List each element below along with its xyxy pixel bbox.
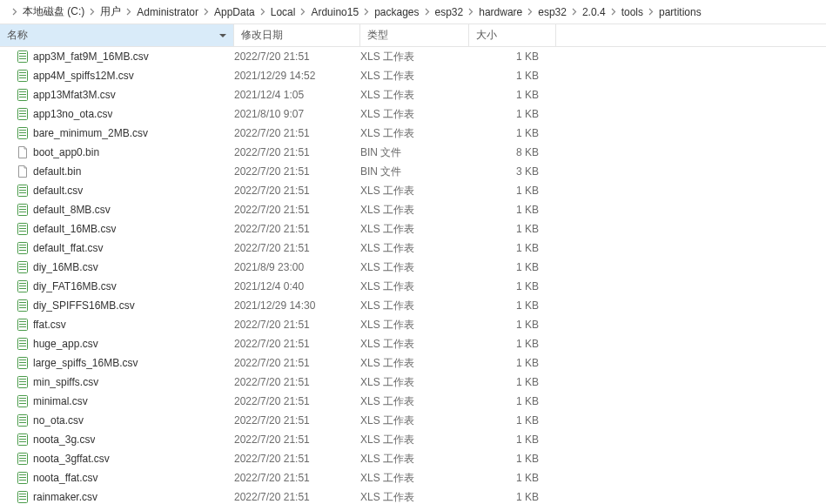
breadcrumb-segment[interactable]: packages — [374, 6, 419, 18]
file-type-cell: XLS 工作表 — [360, 107, 469, 122]
file-size-cell: 1 KB — [469, 185, 556, 197]
spreadsheet-file-icon — [16, 375, 30, 389]
svg-rect-70 — [19, 420, 26, 420]
file-name-cell: app3M_fat9M_16MB.csv — [16, 50, 234, 64]
file-row[interactable]: min_spiffs.csv2022/7/20 21:51XLS 工作表1 KB — [0, 373, 826, 392]
file-row[interactable]: default_ffat.csv2022/7/20 21:51XLS 工作表1 … — [0, 239, 826, 258]
file-row[interactable]: noota_ffat.csv2022/7/20 21:51XLS 工作表1 KB — [0, 468, 826, 487]
file-row[interactable]: default_8MB.csv2022/7/20 21:51XLS 工作表1 K… — [0, 200, 826, 219]
file-type-cell: XLS 工作表 — [360, 433, 469, 447]
svg-rect-77 — [19, 455, 26, 456]
file-type-cell: XLS 工作表 — [360, 69, 469, 84]
breadcrumb-segment[interactable]: esp32 — [435, 6, 464, 18]
file-type-cell: BIN 文件 — [360, 165, 469, 179]
file-date-cell: 2022/7/20 21:51 — [234, 376, 360, 388]
column-header-type-label: 类型 — [367, 28, 388, 43]
file-type-cell: XLS 工作表 — [360, 471, 469, 486]
svg-rect-2 — [19, 56, 26, 57]
column-header-size-label: 大小 — [476, 28, 497, 43]
file-type-cell: XLS 工作表 — [360, 203, 469, 218]
file-date-cell: 2022/7/20 21:51 — [234, 453, 360, 465]
column-header-type[interactable]: 类型 — [360, 24, 469, 46]
file-row[interactable]: app13Mfat3M.csv2021/12/4 1:05XLS 工作表1 KB — [0, 85, 826, 104]
file-row[interactable]: noota_3g.csv2022/7/20 21:51XLS 工作表1 KB — [0, 430, 826, 449]
file-size-cell: 1 KB — [469, 395, 556, 407]
column-header-name-label: 名称 — [7, 28, 28, 43]
file-row[interactable]: large_spiffs_16MB.csv2022/7/20 21:51XLS … — [0, 353, 826, 373]
file-row[interactable]: ffat.csv2022/7/20 21:51XLS 工作表1 KB — [0, 315, 826, 334]
breadcrumb[interactable]: 本地磁盘 (C:)用户AdministratorAppDataLocalArdu… — [0, 0, 826, 24]
svg-rect-26 — [19, 209, 26, 210]
breadcrumb-segment[interactable]: 2.0.4 — [582, 6, 606, 18]
svg-rect-58 — [19, 362, 26, 363]
breadcrumb-segment[interactable]: hardware — [479, 6, 522, 18]
spreadsheet-file-icon — [16, 471, 30, 485]
column-header-name[interactable]: 名称 — [0, 24, 234, 46]
breadcrumb-segment[interactable]: Local — [271, 6, 296, 18]
svg-rect-13 — [19, 111, 26, 111]
file-row[interactable]: noota_3gffat.csv2022/7/20 21:51XLS 工作表1 … — [0, 449, 826, 468]
spreadsheet-file-icon — [16, 107, 30, 121]
file-name-cell: default_8MB.csv — [16, 203, 234, 217]
file-row[interactable]: app4M_spiffs12M.csv2021/12/29 14:52XLS 工… — [0, 66, 826, 85]
svg-rect-85 — [19, 494, 26, 494]
breadcrumb-segment[interactable]: AppData — [214, 6, 255, 18]
spreadsheet-file-icon — [16, 241, 30, 255]
file-row[interactable]: minimal.csv2022/7/20 21:51XLS 工作表1 KB — [0, 392, 826, 411]
file-type-cell: XLS 工作表 — [360, 452, 469, 467]
file-row[interactable]: boot_app0.bin2022/7/20 21:51BIN 文件8 KB — [0, 143, 826, 162]
breadcrumb-segment[interactable]: tools — [621, 6, 643, 18]
svg-rect-17 — [19, 130, 26, 131]
breadcrumb-segment[interactable]: 本地磁盘 (C:) — [23, 4, 84, 19]
svg-rect-42 — [19, 286, 26, 286]
svg-rect-82 — [19, 477, 26, 478]
file-type-cell: XLS 工作表 — [360, 394, 469, 409]
file-row[interactable]: app3M_fat9M_16MB.csv2022/7/20 21:51XLS 工… — [0, 47, 826, 66]
file-size-cell: 1 KB — [469, 242, 556, 254]
file-row[interactable]: default.csv2022/7/20 21:51XLS 工作表1 KB — [0, 181, 826, 200]
breadcrumb-segment[interactable]: Arduino15 — [311, 6, 359, 18]
file-row[interactable]: default.bin2022/7/20 21:51BIN 文件3 KB — [0, 162, 826, 181]
svg-rect-7 — [19, 77, 26, 78]
svg-rect-49 — [19, 321, 26, 322]
file-size-cell: 8 KB — [469, 146, 556, 158]
file-row[interactable]: diy_16MB.csv2021/8/9 23:00XLS 工作表1 KB — [0, 258, 826, 277]
file-name-label: app13Mfat3M.csv — [33, 89, 116, 101]
generic-file-icon — [16, 165, 30, 178]
breadcrumb-segment[interactable]: 用户 — [100, 4, 121, 19]
file-name-label: minimal.csv — [33, 395, 88, 407]
file-date-cell: 2022/7/20 21:51 — [234, 165, 360, 178]
file-row[interactable]: rainmaker.csv2022/7/20 21:51XLS 工作表1 KB — [0, 487, 826, 504]
file-row[interactable]: diy_FAT16MB.csv2021/12/4 0:40XLS 工作表1 KB — [0, 277, 826, 296]
breadcrumb-segment[interactable]: Administrator — [137, 6, 198, 18]
file-size-cell: 1 KB — [469, 280, 556, 292]
svg-rect-43 — [19, 288, 26, 289]
file-size-cell: 1 KB — [469, 414, 556, 427]
chevron-right-icon — [300, 8, 306, 16]
svg-rect-14 — [19, 113, 26, 114]
svg-rect-23 — [19, 192, 26, 193]
svg-rect-51 — [19, 326, 26, 327]
file-name-cell: ffat.csv — [16, 318, 234, 332]
file-type-cell: XLS 工作表 — [360, 413, 469, 428]
column-header-size[interactable]: 大小 — [469, 24, 556, 46]
file-row[interactable]: huge_app.csv2022/7/20 21:51XLS 工作表1 KB — [0, 334, 826, 353]
file-row[interactable]: default_16MB.csv2022/7/20 21:51XLS 工作表1 … — [0, 219, 826, 239]
file-row[interactable]: bare_minimum_2MB.csv2022/7/20 21:51XLS 工… — [0, 124, 826, 143]
file-row[interactable]: app13no_ota.csv2021/8/10 9:07XLS 工作表1 KB — [0, 104, 826, 124]
svg-rect-35 — [19, 250, 26, 251]
spreadsheet-file-icon — [16, 69, 30, 83]
svg-rect-38 — [19, 266, 26, 267]
breadcrumb-segment[interactable]: esp32 — [538, 6, 567, 18]
breadcrumb-segment[interactable]: partitions — [659, 6, 702, 18]
chevron-right-icon — [527, 8, 533, 16]
column-header-date[interactable]: 修改日期 — [234, 24, 360, 46]
file-row[interactable]: diy_SPIFFS16MB.csv2021/12/29 14:30XLS 工作… — [0, 296, 826, 315]
svg-rect-87 — [19, 499, 26, 500]
file-name-cell: large_spiffs_16MB.csv — [16, 356, 234, 370]
file-name-label: default_ffat.csv — [33, 242, 104, 254]
file-name-cell: default.csv — [16, 184, 234, 198]
file-row[interactable]: no_ota.csv2022/7/20 21:51XLS 工作表1 KB — [0, 411, 826, 430]
svg-rect-18 — [19, 132, 26, 133]
svg-rect-47 — [19, 307, 26, 308]
